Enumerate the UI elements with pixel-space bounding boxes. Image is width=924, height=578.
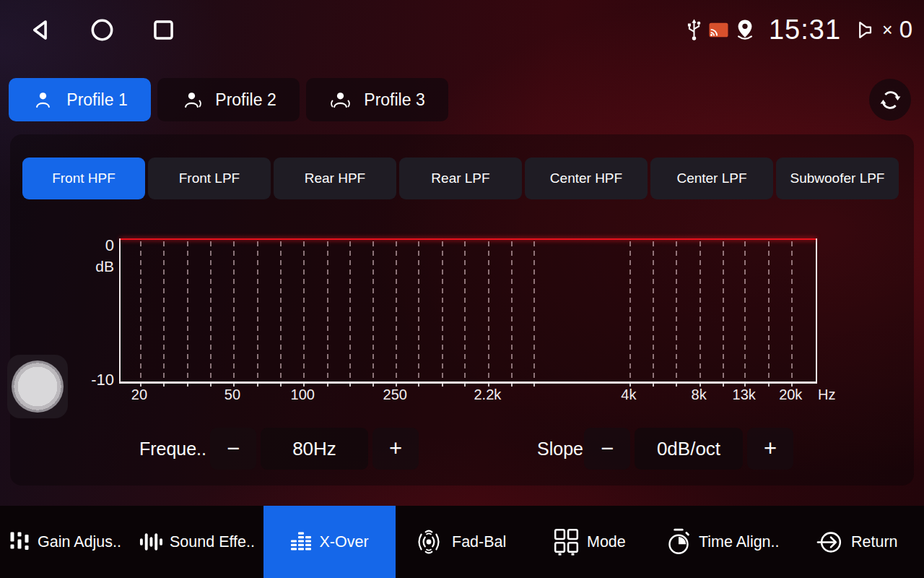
- time-align-icon: [666, 527, 692, 556]
- filter-tab-rear-hpf[interactable]: Rear HPF: [274, 158, 396, 199]
- volume-mute-x: ×: [882, 20, 893, 40]
- profile-label: Profile 3: [364, 90, 424, 110]
- sound-effect-icon: [139, 531, 162, 553]
- chart-x-tick-label: 4k: [621, 387, 636, 403]
- filter-tab-label: Center LPF: [676, 171, 746, 186]
- y-axis-top-label: 0: [69, 236, 114, 255]
- back-icon[interactable]: [29, 18, 53, 42]
- filter-tab-label: Subwoofer LPF: [790, 171, 885, 186]
- filter-tab-center-hpf[interactable]: Center HPF: [525, 158, 648, 199]
- profile-person-wave-both-icon: [329, 90, 352, 110]
- nav-item-label: Gain Adjus..: [38, 533, 121, 551]
- gain-adjust-icon: [9, 530, 30, 554]
- chart-x-tick-label: 8k: [692, 387, 707, 403]
- y-axis-bottom-label: -10: [69, 371, 114, 389]
- chart-gridline: [653, 241, 654, 379]
- chart-gridline: [723, 241, 724, 379]
- frequency-plus-button[interactable]: +: [372, 428, 419, 470]
- chart-gridline: [464, 241, 466, 379]
- nav-item-return[interactable]: Return: [816, 506, 898, 578]
- floating-assistive-button[interactable]: [7, 355, 68, 418]
- chart-gridline: [257, 241, 258, 379]
- profile-tab-1[interactable]: Profile 1: [9, 78, 151, 121]
- return-icon: [816, 528, 844, 556]
- volume-level: 0: [899, 16, 912, 43]
- refresh-button[interactable]: [869, 79, 911, 121]
- recents-icon[interactable]: [152, 18, 175, 42]
- cast-icon: [709, 22, 728, 38]
- profile-tab-2[interactable]: Profile 2: [157, 78, 300, 121]
- y-axis-unit-label: dB: [69, 258, 114, 275]
- x-over-icon: [290, 530, 312, 553]
- volume-muted-icon: [853, 20, 874, 40]
- chart-x-tick-label: 13k: [733, 387, 756, 403]
- profile-person-wave-right-icon: [180, 90, 203, 110]
- location-icon: [735, 18, 755, 41]
- chart-gridline: [533, 241, 535, 379]
- nav-item-label: Fad-Bal: [452, 533, 506, 551]
- filter-tab-center-lpf[interactable]: Center LPF: [650, 158, 773, 199]
- chart-x-labels: 20501002502.2k4k8k13k20k: [119, 387, 814, 405]
- nav-item-label: Mode: [587, 533, 626, 551]
- filter-tab-bar: Front HPFFront LPFRear HPFRear LPFCenter…: [22, 158, 899, 199]
- chart-gridline: [349, 241, 351, 379]
- chart-gridline: [303, 241, 305, 379]
- chart-gridline: [768, 241, 770, 379]
- frequency-value: 80Hz: [261, 428, 368, 470]
- nav-item-label: X-Over: [319, 533, 368, 551]
- frequency-minus-button[interactable]: −: [210, 428, 256, 470]
- filter-tab-rear-lpf[interactable]: Rear LPF: [399, 158, 522, 199]
- chart-gridline: [442, 241, 443, 379]
- filter-tab-front-hpf[interactable]: Front HPF: [22, 158, 145, 199]
- chart-plot: [119, 238, 817, 384]
- chart-x-tick-label: 20k: [779, 387, 802, 403]
- chart-gridline: [140, 241, 141, 379]
- slope-label: Slope: [507, 428, 583, 470]
- response-curve-line: [121, 238, 816, 240]
- nav-item-mode[interactable]: Mode: [553, 506, 626, 578]
- chart-gridline: [418, 241, 419, 379]
- home-icon[interactable]: [90, 18, 114, 42]
- nav-item-fad-bal[interactable]: Fad-Bal: [413, 506, 506, 578]
- chart-gridline: [163, 241, 165, 379]
- chart-gridline: [791, 241, 793, 379]
- nav-item-label: Return: [851, 533, 898, 551]
- profile-tab-3[interactable]: Profile 3: [306, 78, 448, 121]
- status-indicators: 15:31 × 0: [686, 14, 912, 46]
- nav-item-gain-adjus[interactable]: Gain Adjus..: [9, 506, 121, 578]
- filter-tab-label: Center HPF: [550, 171, 622, 186]
- chart-gridline: [488, 241, 489, 379]
- nav-item-x-over[interactable]: X-Over: [263, 506, 396, 578]
- profile-person-icon: [32, 90, 54, 110]
- fad-bal-icon: [413, 527, 445, 556]
- filter-tab-front-lpf[interactable]: Front LPF: [148, 158, 271, 199]
- chart-x-tick-label: 50: [225, 387, 240, 403]
- slope-minus-button[interactable]: −: [584, 428, 630, 470]
- chart-gridline: [629, 241, 631, 379]
- profile-bar: Profile 1Profile 2Profile 3: [9, 78, 448, 121]
- chart-gridline: [396, 241, 397, 379]
- chart-gridline: [233, 241, 235, 379]
- bottom-nav: Gain Adjus..Sound Effe..X-OverFad-BalMod…: [0, 506, 924, 578]
- profile-label: Profile 1: [66, 90, 127, 110]
- android-nav-buttons: [29, 18, 175, 42]
- profile-label: Profile 2: [215, 90, 276, 110]
- clock: 15:31: [769, 14, 841, 46]
- nav-item-sound-effe[interactable]: Sound Effe..: [139, 506, 255, 578]
- filter-tab-label: Front HPF: [52, 171, 116, 186]
- chart-gridline: [699, 241, 701, 379]
- nav-item-time-align[interactable]: Time Align..: [666, 506, 780, 578]
- chart-x-tick-label: 250: [383, 387, 407, 403]
- chart-gridline: [187, 241, 188, 379]
- chart-gridline: [372, 241, 374, 379]
- chart-gridline: [210, 241, 212, 379]
- chart-x-tick-label: 20: [131, 387, 147, 403]
- x-axis-unit-label: Hz: [818, 387, 835, 403]
- mode-icon: [553, 528, 580, 556]
- slope-value: 0dB/oct: [635, 428, 743, 470]
- filter-tab-subwoofer-lpf[interactable]: Subwoofer LPF: [776, 158, 899, 199]
- filter-tab-label: Rear HPF: [305, 171, 365, 186]
- frequency-label: Freque..: [108, 428, 206, 470]
- chart-gridline: [280, 241, 282, 379]
- slope-plus-button[interactable]: +: [747, 428, 793, 470]
